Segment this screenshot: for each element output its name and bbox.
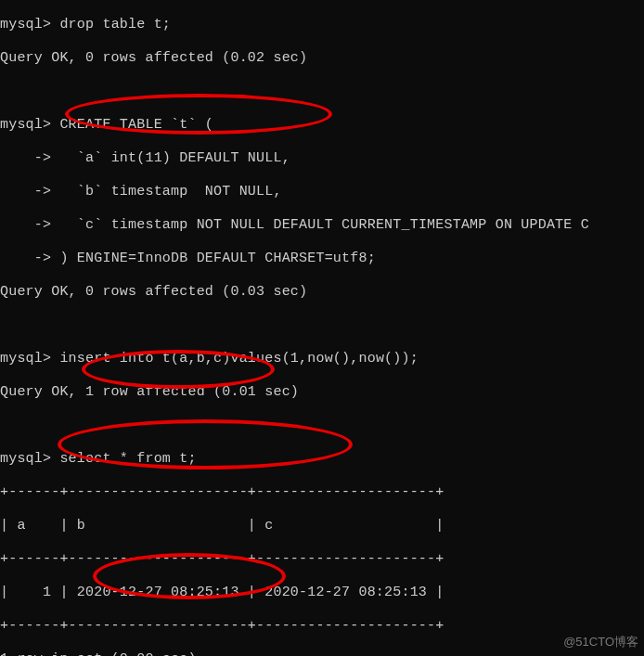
line-drop-cmd: mysql> drop table t;: [0, 17, 644, 33]
prompt: mysql>: [0, 451, 51, 467]
blank: [0, 418, 644, 434]
line-insert-result: Query OK, 1 row affected (0.01 sec): [0, 384, 644, 401]
line-create-col-a: -> `a` int(11) DEFAULT NULL,: [0, 150, 644, 167]
prompt: mysql>: [0, 351, 51, 367]
blank: [0, 84, 644, 100]
table1-border-top: +------+---------------------+----------…: [0, 484, 644, 501]
line-create-engine: -> ) ENGINE=InnoDB DEFAULT CHARSET=utf8;: [0, 251, 644, 267]
cmd: select * from t;: [59, 451, 196, 467]
table1-row: | 1 | 2020-12-27 08:25:13 | 2020-12-27 0…: [0, 585, 644, 601]
cmd: insert into t(a,b,c)values(1,now(),now()…: [59, 351, 418, 367]
cmd: CREATE TABLE `t` (: [59, 117, 213, 133]
cmd: drop table t;: [59, 17, 171, 32]
prompt: mysql>: [0, 17, 51, 32]
line-select1-cmd: mysql> select * from t;: [0, 451, 644, 468]
line-create-cmd: mysql> CREATE TABLE `t` (: [0, 117, 644, 134]
terminal[interactable]: mysql> drop table t; Query OK, 0 rows af…: [0, 0, 644, 656]
blank: [0, 317, 644, 334]
table1-border-bot: +------+---------------------+----------…: [0, 618, 644, 635]
line-create-col-b: -> `b` timestamp NOT NULL,: [0, 184, 644, 200]
line-select1-footer: 1 row in set (0.00 sec): [0, 651, 644, 656]
line-insert-cmd: mysql> insert into t(a,b,c)values(1,now(…: [0, 351, 644, 367]
line-drop-result: Query OK, 0 rows affected (0.02 sec): [0, 50, 644, 67]
line-create-result: Query OK, 0 rows affected (0.03 sec): [0, 284, 644, 301]
line-create-col-c: -> `c` timestamp NOT NULL DEFAULT CURREN…: [0, 217, 644, 234]
table1-border-mid: +------+---------------------+----------…: [0, 551, 644, 568]
watermark: @51CTO博客: [563, 634, 638, 650]
table1-header: | a | b | c |: [0, 518, 644, 534]
prompt: mysql>: [0, 117, 51, 133]
